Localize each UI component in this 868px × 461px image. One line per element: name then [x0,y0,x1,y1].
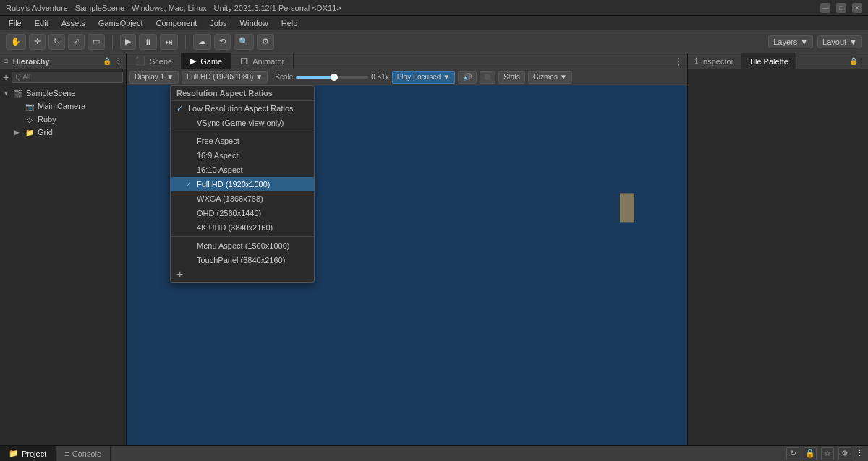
settings-group: ☁ ⟲ 🔍 ⚙ [193,34,274,50]
tab-game[interactable]: ▶ Game [182,53,231,69]
menu-file[interactable]: File [3,17,27,29]
dropdown-label-16-10: 16:10 Aspect [197,165,243,174]
right-lock-icon[interactable]: 🔒 [849,57,858,65]
view-tab-actions: ⋮ [670,53,687,69]
search-button[interactable]: 🔍 [234,34,254,50]
camera-icon: 📷 [25,101,35,111]
bottom-settings-icon[interactable]: ⚙ [838,447,851,460]
menu-jobs[interactable]: Jobs [204,17,232,29]
tab-tile-palette[interactable]: Tile Palette [741,53,796,69]
history-button[interactable]: ⟲ [214,34,231,50]
window-controls: — □ ✕ [820,3,862,13]
dropdown-label-touchpanel: TouchPanel (3840x2160) [197,256,285,264]
stats-button[interactable]: Stats [498,71,525,84]
display-label: Display 1 [135,73,164,81]
menu-help[interactable]: Help [276,17,304,29]
settings-button[interactable]: ⚙ [257,34,274,50]
arrow-icon: ▼ [3,90,10,97]
display-dropdown[interactable]: Display 1 ▼ [129,71,179,84]
dropdown-item-fullhd[interactable]: ✓ Full HD (1920x1080) [171,177,314,191]
tab-scene[interactable]: ⬛ Scene [127,53,182,69]
tool-hand[interactable]: ✋ [6,34,26,50]
dropdown-label-wxga: WXGA (1366x768) [197,194,263,203]
dropdown-item-16-9[interactable]: 16:9 Aspect [171,148,314,163]
maximize-button[interactable]: □ [836,3,846,13]
dropdown-item-free-aspect[interactable]: Free Aspect [171,134,314,148]
main-layout: ≡ Hierarchy 🔒 ⋮ + ▼ 🎬 SampleScene 📷 Main… [0,53,868,445]
dropdown-label-qhd: QHD (2560x1440) [197,209,261,217]
step-button[interactable]: ⏭ [160,34,178,50]
hier-item-grid[interactable]: ▶ 📁 Grid [0,126,126,139]
bottom-tab-actions: ↻ 🔒 ☆ ⚙ ⋮ [782,446,868,461]
play-focused-button[interactable]: Play Focused ▼ [392,71,456,84]
resolution-dropdown[interactable]: Full HD (1920x1080) ▼ [182,71,268,84]
mute-button[interactable]: 🔊 [458,71,477,84]
menu-window[interactable]: Window [234,17,274,29]
hier-label-samplescene: SampleScene [26,89,76,98]
ruby-icon: ◇ [25,114,35,124]
hierarchy-toolbar: + [0,69,126,85]
hierarchy-title: Hierarchy [13,57,50,66]
dropdown-item-16-10[interactable]: 16:10 Aspect [171,163,314,177]
tab-inspector[interactable]: ℹ Inspector [688,53,741,69]
dropdown-label-fullhd: Full HD (1920x1080) [197,180,271,189]
play-button[interactable]: ▶ [120,34,136,50]
animator-tab-icon: 🎞 [240,57,248,66]
bottom-star-icon[interactable]: ☆ [821,447,834,460]
menu-assets[interactable]: Assets [56,17,91,29]
hier-item-ruby[interactable]: ◇ Ruby [0,113,126,126]
layers-arrow: ▼ [800,38,808,46]
hierarchy-add-button[interactable]: + [3,72,9,83]
inspector-icon: ℹ [695,56,698,66]
check-icon: ✓ [176,104,185,113]
vsync-indicator[interactable] [480,71,495,84]
dropdown-item-4k[interactable]: 4K UHD (3840x2160) [171,220,314,235]
menu-component[interactable]: Component [150,17,203,29]
menu-bar: File Edit Assets GameObject Component Jo… [0,16,868,30]
hier-label-grid: Grid [38,128,53,137]
bottom-refresh-icon[interactable]: ↻ [786,447,799,460]
animator-tab-label: Animator [252,57,284,66]
console-icon: ≡ [64,449,69,458]
minimize-button[interactable]: — [820,3,830,13]
tool-move[interactable]: ✛ [29,34,46,50]
hierarchy-lock-icon[interactable]: 🔒 [103,57,111,65]
view-more-icon[interactable]: ⋮ [674,56,683,66]
scale-slider[interactable] [296,76,368,79]
bottom-more-icon[interactable]: ⋮ [856,449,864,458]
gizmos-button[interactable]: Gizmos ▼ [528,71,572,84]
dropdown-add-button[interactable]: + [171,267,314,282]
right-panel: ℹ Inspector Tile Palette 🔒 ⋮ [687,53,868,445]
dropdown-item-menu-aspect[interactable]: Menu Aspect (1500x1000) [171,238,314,253]
tool-rect[interactable]: ▭ [88,34,105,50]
dropdown-item-low-res[interactable]: ✓ Low Resolution Aspect Ratios [171,101,314,116]
pause-button[interactable]: ⏸ [139,34,157,50]
tool-rotate[interactable]: ↻ [48,34,65,50]
tab-console[interactable]: ≡ Console [56,446,111,461]
dropdown-item-qhd[interactable]: QHD (2560x1440) [171,206,314,220]
layout-dropdown[interactable]: Layout ▼ [817,35,862,48]
title-bar: Ruby's Adventure - SampleScene - Windows… [0,0,868,16]
dropdown-item-touchpanel[interactable]: TouchPanel (3840x2160) [171,253,314,267]
menu-edit[interactable]: Edit [29,17,54,29]
scene-tab-label: Scene [150,57,172,66]
bottom-lock-icon[interactable]: 🔒 [804,447,817,460]
hier-item-samplescene[interactable]: ▼ 🎬 SampleScene [0,87,126,100]
tool-scale[interactable]: ⤢ [68,34,85,50]
menu-gameobject[interactable]: GameObject [93,17,149,29]
hierarchy-content: ▼ 🎬 SampleScene 📷 Main Camera ◇ Ruby ▶ 📁 [0,85,126,445]
close-button[interactable]: ✕ [852,3,862,13]
folder-icon: 📁 [25,127,35,137]
hier-item-maincamera[interactable]: 📷 Main Camera [0,100,126,113]
scale-label: Scale [275,73,293,81]
tab-animator[interactable]: 🎞 Animator [231,53,294,69]
tab-project[interactable]: 📁 Project [0,446,56,461]
arrow-icon: ▶ [14,129,22,136]
dropdown-item-vsync[interactable]: VSync (Game view only) [171,116,314,130]
dropdown-item-wxga[interactable]: WXGA (1366x768) [171,191,314,206]
collab-button[interactable]: ☁ [193,34,211,50]
hierarchy-more-icon[interactable]: ⋮ [114,57,122,65]
right-more-icon[interactable]: ⋮ [858,57,865,65]
layers-dropdown[interactable]: Layers ▼ [768,35,813,48]
hierarchy-search[interactable] [12,72,123,83]
